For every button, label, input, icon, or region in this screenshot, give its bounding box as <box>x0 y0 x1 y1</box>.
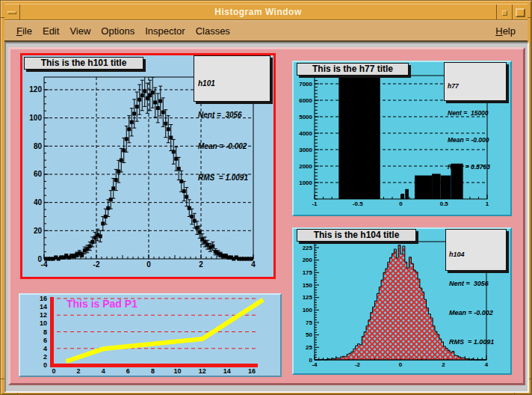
svg-text:14: 14 <box>223 367 231 375</box>
svg-text:-1: -1 <box>312 200 318 207</box>
stats-entries: Nent = 15000 <box>448 108 506 117</box>
root-canvas[interactable]: -4-2024020406080100120 This is the h101 … <box>8 47 525 385</box>
svg-text:60: 60 <box>34 170 43 178</box>
svg-text:200: 200 <box>303 257 313 263</box>
svg-text:0: 0 <box>37 255 42 263</box>
svg-text:2000: 2000 <box>299 163 312 170</box>
svg-text:120: 120 <box>29 85 42 94</box>
svg-text:16: 16 <box>40 295 47 302</box>
svg-text:4: 4 <box>251 260 256 269</box>
svg-text:0: 0 <box>309 357 313 364</box>
svg-text:100: 100 <box>29 114 42 122</box>
svg-text:80: 80 <box>34 142 43 150</box>
h101-title-box[interactable]: This is the h101 title <box>24 57 143 70</box>
svg-text:1: 1 <box>486 200 489 207</box>
menu-item-edit[interactable]: Edit <box>37 22 64 40</box>
menu-bar: FileEditViewOptionsInspectorClassesHelp <box>4 20 528 42</box>
svg-text:-2: -2 <box>93 260 100 269</box>
canvas-container: -4-2024020406080100120 This is the h101 … <box>4 42 529 393</box>
svg-text:14: 14 <box>40 303 47 310</box>
svg-text:2: 2 <box>43 353 47 361</box>
svg-text:150: 150 <box>303 282 313 289</box>
stats-hist-name: h101 <box>198 79 270 89</box>
svg-text:0.5: 0.5 <box>440 200 449 207</box>
minimize-icon <box>502 10 507 16</box>
svg-text:3000: 3000 <box>299 147 312 153</box>
maximize-button[interactable] <box>512 4 528 19</box>
p1-title: This is Pad P1 <box>66 298 137 310</box>
svg-text:125: 125 <box>303 294 313 301</box>
menu-item-view[interactable]: View <box>64 22 96 40</box>
svg-text:6000: 6000 <box>299 97 312 104</box>
svg-text:6: 6 <box>43 337 47 344</box>
svg-text:2: 2 <box>77 367 81 375</box>
menu-item-options[interactable]: Options <box>96 22 140 40</box>
h104-title-box[interactable]: This is the h104 title <box>297 229 416 242</box>
svg-text:1000: 1000 <box>299 180 312 186</box>
h101-stats-box[interactable]: h101 Nent = 3056 Mean = -0.002 RMS = 1.0… <box>194 55 270 102</box>
frame-notch <box>528 17 531 18</box>
window-menu-dash-icon <box>7 11 16 14</box>
svg-text:-2: -2 <box>355 361 361 368</box>
svg-text:100: 100 <box>303 307 313 313</box>
svg-text:12: 12 <box>40 311 47 319</box>
stats-rms: RMS = 1.0091 <box>198 173 270 183</box>
stats-hist-name: h77 <box>448 82 506 91</box>
svg-text:-4: -4 <box>312 361 318 368</box>
menu-item-help[interactable]: Help <box>490 22 521 40</box>
svg-text:5000: 5000 <box>299 114 312 120</box>
svg-text:7000: 7000 <box>299 81 312 88</box>
svg-text:75: 75 <box>306 319 312 326</box>
minimize-button[interactable] <box>496 4 512 19</box>
svg-text:0: 0 <box>146 260 151 269</box>
svg-text:10: 10 <box>174 367 182 375</box>
svg-text:16: 16 <box>248 367 256 375</box>
stats-mean: Mean = -0.000 <box>448 135 506 144</box>
svg-text:8: 8 <box>151 367 155 375</box>
svg-text:25: 25 <box>306 344 312 351</box>
stats-mean: Mean = -0.002 <box>449 308 506 318</box>
pad-h77[interactable]: -1-0.500.511000200030004000500060007000 … <box>292 61 512 216</box>
maximize-icon <box>516 8 525 17</box>
svg-text:4000: 4000 <box>299 130 312 137</box>
svg-text:2: 2 <box>199 260 203 269</box>
svg-text:10: 10 <box>40 319 47 327</box>
svg-text:4: 4 <box>102 367 105 375</box>
svg-text:8: 8 <box>43 328 47 336</box>
y-axis <box>50 297 54 367</box>
h77-stats-box[interactable]: h77 Nent = 15000 Mean = -0.000 RMS = 0.5… <box>444 62 507 101</box>
svg-text:0: 0 <box>52 367 55 375</box>
svg-text:0: 0 <box>399 361 403 368</box>
stats-rms: RMS = 1.0091 <box>449 337 506 347</box>
svg-text:12: 12 <box>199 367 206 375</box>
menu-item-inspector[interactable]: Inspector <box>140 22 190 40</box>
svg-text:2: 2 <box>442 361 445 368</box>
pad-h101[interactable]: -4-2024020406080100120 This is the h101 … <box>20 53 276 279</box>
svg-text:0: 0 <box>399 200 403 207</box>
stats-rms: RMS = 0.5763 <box>448 162 506 171</box>
window-title: Histogram Window <box>20 4 496 19</box>
title-bar[interactable]: Histogram Window <box>4 4 528 20</box>
svg-text:175: 175 <box>303 269 313 276</box>
stats-hist-name: h104 <box>449 250 506 260</box>
pad-p1[interactable]: 02468101214160246810121416 This is Pad P… <box>19 293 282 377</box>
menu-item-file[interactable]: File <box>11 22 37 40</box>
svg-text:40: 40 <box>34 198 43 206</box>
svg-text:20: 20 <box>34 227 43 235</box>
p1-plot[interactable]: 02468101214160246810121416 <box>20 295 280 376</box>
svg-text:50: 50 <box>306 331 312 338</box>
svg-text:4: 4 <box>43 345 47 352</box>
pad-h104[interactable]: -4-20240255075100125150175200225 This is… <box>292 227 512 375</box>
stats-mean: Mean = -0.002 <box>198 141 270 152</box>
stats-entries: Nent = 3056 <box>449 279 506 289</box>
svg-text:225: 225 <box>303 245 313 251</box>
svg-text:6: 6 <box>126 367 130 375</box>
histogram-window: Histogram Window FileEditViewOptionsInsp… <box>0 0 532 395</box>
stats-entries: Nent = 3056 <box>198 110 270 120</box>
window-menu-button[interactable] <box>4 4 20 19</box>
menu-item-classes[interactable]: Classes <box>191 22 235 40</box>
h77-title-box[interactable]: This is the h77 title <box>297 63 409 76</box>
h104-stats-box[interactable]: h104 Nent = 3056 Mean = -0.002 RMS = 1.0… <box>445 229 507 271</box>
svg-text:-0.5: -0.5 <box>353 200 363 207</box>
svg-text:0: 0 <box>43 361 47 369</box>
